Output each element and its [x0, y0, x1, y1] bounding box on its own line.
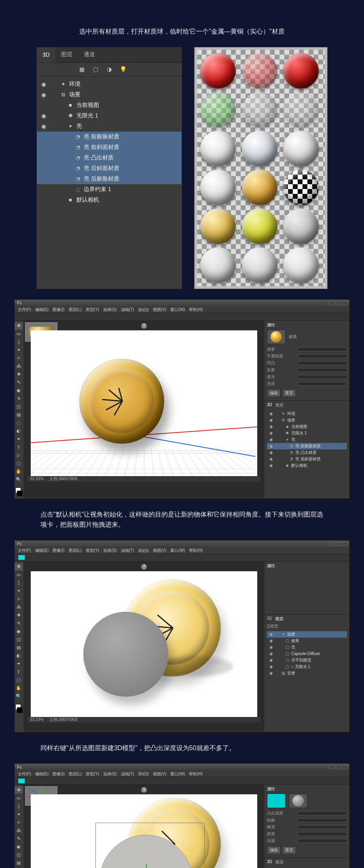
visibility-eye-icon[interactable]: ◉	[269, 632, 273, 636]
close-button[interactable]	[342, 765, 347, 769]
tree-item[interactable]: ◔壳 后膨胀材质	[37, 174, 182, 184]
layer-item[interactable]: ◉▢效果	[267, 638, 347, 644]
menu-item[interactable]: 窗口(W)	[170, 307, 185, 313]
shape-tool[interactable]: ▢	[15, 677, 23, 684]
visibility-eye-icon[interactable]: ◉	[40, 112, 47, 119]
material-ball[interactable]	[283, 170, 319, 205]
material-ball[interactable]	[242, 92, 277, 128]
tree-item[interactable]: ◉■默认相机	[267, 462, 347, 469]
menu-item[interactable]: 类型(Y)	[86, 548, 99, 553]
visibility-eye-icon[interactable]	[40, 175, 47, 183]
menu-item[interactable]: 图像(I)	[53, 307, 64, 313]
dodge-tool[interactable]: ◐	[15, 428, 23, 435]
dodge-tool[interactable]: ◐	[15, 652, 23, 660]
tree-item[interactable]: ◉■当前视图	[267, 423, 347, 430]
filter-dropdown[interactable]: Q类型	[267, 623, 347, 629]
close-button[interactable]	[342, 301, 347, 305]
brush-tool[interactable]: ✎	[15, 835, 23, 842]
pen-tool[interactable]: ✒	[15, 436, 23, 443]
stamp-tool[interactable]: ◉	[15, 628, 23, 635]
mesh-preview-thumb[interactable]	[289, 794, 307, 808]
menu-item[interactable]: 帮助(H)	[189, 771, 203, 777]
material-ball[interactable]	[283, 131, 319, 166]
tree-item[interactable]: ◔壳 后斜面材质	[37, 163, 182, 174]
gradient-tool[interactable]: ▤	[15, 644, 23, 651]
material-ball[interactable]	[200, 247, 236, 283]
lasso-tool[interactable]: ⟆	[15, 579, 23, 587]
prop-slider[interactable]	[298, 382, 347, 386]
new-layer-disc[interactable]	[83, 612, 168, 697]
maximize-button[interactable]	[336, 542, 341, 546]
layer-item[interactable]: ◉▢Capsule-Diffuse	[267, 651, 347, 657]
layer-item[interactable]: ◉▢○ 无限光 1	[267, 664, 347, 670]
tree-item[interactable]: ◉⧉场景	[267, 417, 347, 423]
tab-3d-mini[interactable]: 3D	[267, 859, 272, 865]
gradient-tool[interactable]: ▤	[15, 411, 23, 419]
stamp-tool[interactable]: ◉	[15, 843, 23, 850]
eyedropper-tool[interactable]: ⁂	[15, 363, 23, 370]
crop-tool[interactable]: ⌗	[15, 596, 23, 603]
material-ball[interactable]	[283, 208, 319, 244]
visibility-eye-icon[interactable]: ◉	[269, 645, 273, 649]
tab-channels[interactable]: 通道	[78, 47, 101, 62]
minimize-button[interactable]	[329, 765, 334, 769]
visibility-eye-icon[interactable]: ◉	[40, 81, 47, 88]
close-button[interactable]	[342, 542, 347, 546]
hand-tool[interactable]: ✋	[15, 468, 23, 475]
material-ball[interactable]	[242, 53, 277, 89]
material-ball[interactable]	[200, 208, 236, 244]
menu-item[interactable]: 图层(L)	[69, 307, 82, 313]
3d-object-dish[interactable]	[79, 359, 164, 444]
move-tool[interactable]: ✥	[15, 786, 23, 794]
blur-tool[interactable]: ◌	[15, 419, 23, 427]
tree-item[interactable]: ◌边界约束 1	[37, 184, 182, 195]
props-tab[interactable]: 属性	[267, 786, 275, 792]
prop-slider[interactable]	[298, 347, 347, 351]
visibility-eye-icon[interactable]: ◉	[269, 664, 273, 669]
help-badge-icon[interactable]: ?	[141, 564, 147, 570]
visibility-eye-icon[interactable]	[40, 133, 47, 140]
prop-slider[interactable]	[298, 818, 347, 822]
zoom-tool[interactable]: 🔍	[15, 693, 23, 700]
gradient-tool[interactable]: ▤	[15, 859, 23, 866]
path-tool[interactable]: ▷	[15, 452, 23, 459]
color-wells[interactable]	[15, 703, 23, 714]
tab-layers[interactable]: 图层	[55, 47, 78, 62]
eraser-tool[interactable]: ◫	[15, 403, 23, 411]
visibility-eye-icon[interactable]	[40, 165, 47, 172]
menu-item[interactable]: 3D(D)	[138, 308, 149, 312]
lasso-tool[interactable]: ⟆	[15, 338, 23, 346]
tree-item[interactable]: ◉⧉场景	[37, 89, 182, 100]
menu-item[interactable]: 窗口(W)	[170, 771, 185, 777]
menu-item[interactable]: 窗口(W)	[170, 548, 185, 553]
edit-button[interactable]: 编辑	[267, 389, 281, 397]
tree-item[interactable]: ◉▾壳	[37, 121, 182, 132]
tab-layers[interactable]: 图层	[275, 616, 284, 622]
material-ball[interactable]	[242, 170, 277, 205]
marquee-tool[interactable]: ▭	[15, 330, 23, 338]
marquee-tool[interactable]: ▭	[15, 571, 23, 579]
tree-item[interactable]: ◉✺无限光 1	[37, 111, 182, 121]
minimize-button[interactable]	[329, 542, 334, 546]
menu-item[interactable]: 文件(F)	[18, 307, 31, 313]
heal-tool[interactable]: ✚	[15, 612, 23, 619]
visibility-eye-icon[interactable]: ◉	[269, 437, 273, 442]
visibility-eye-icon[interactable]: ◉	[269, 658, 273, 662]
canvas[interactable]	[31, 571, 257, 717]
visibility-eye-icon[interactable]: ◉	[40, 91, 47, 98]
menu-item[interactable]: 3D(D)	[138, 772, 149, 776]
help-badge-icon[interactable]: ?	[141, 787, 147, 793]
visibility-eye-icon[interactable]	[40, 102, 47, 109]
tree-item[interactable]: ◔壳 凸出材质	[37, 153, 182, 163]
menu-item[interactable]: 图层(L)	[69, 771, 82, 777]
eraser-tool[interactable]: ◫	[15, 851, 23, 858]
menu-item[interactable]: 图像(I)	[53, 548, 64, 553]
tree-item[interactable]: ■当前视图	[37, 100, 182, 111]
tab-3d-mini[interactable]: 3D	[267, 402, 272, 408]
menu-item[interactable]: 帮助(H)	[189, 307, 203, 313]
visibility-eye-icon[interactable]: ◉	[269, 444, 273, 448]
wand-tool[interactable]: ✶	[15, 587, 23, 595]
tree-item[interactable]: ◉✦环境	[37, 79, 182, 89]
prop-slider[interactable]	[298, 832, 347, 836]
filter-scene-icon[interactable]: ▦	[77, 65, 86, 74]
